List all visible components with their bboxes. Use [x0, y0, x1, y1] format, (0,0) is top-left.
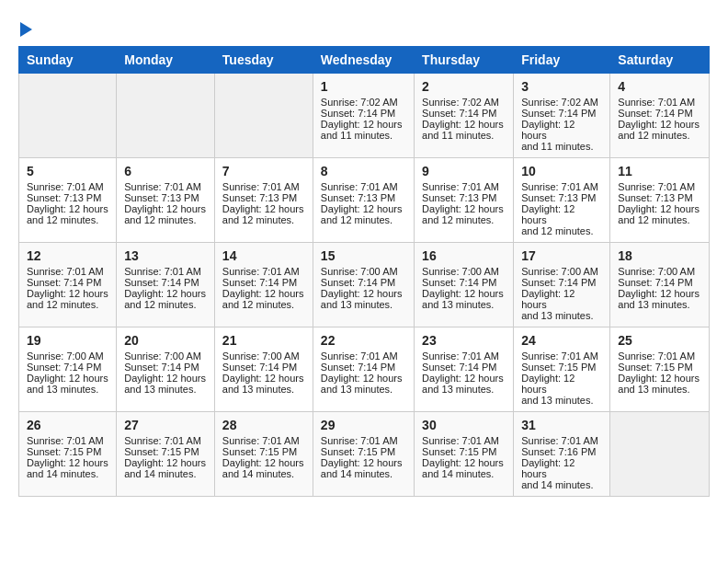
day-info: and 13 minutes. — [422, 299, 506, 310]
day-info: and 12 minutes. — [321, 214, 406, 225]
day-number: 15 — [321, 248, 406, 263]
day-info: and 13 minutes. — [521, 395, 602, 406]
day-info: Daylight: 12 hours — [222, 373, 305, 384]
day-info: Daylight: 12 hours — [124, 457, 207, 468]
day-info: Sunrise: 7:01 AM — [27, 266, 108, 277]
calendar-cell: 26Sunrise: 7:01 AMSunset: 7:15 PMDayligh… — [19, 412, 117, 497]
day-info: Sunset: 7:15 PM — [521, 362, 602, 373]
day-number: 30 — [422, 418, 506, 432]
logo — [18, 18, 32, 37]
day-info: Daylight: 12 hours — [321, 457, 406, 468]
calendar-table: SundayMondayTuesdayWednesdayThursdayFrid… — [18, 46, 710, 497]
day-number: 8 — [321, 164, 406, 178]
day-number: 10 — [521, 164, 602, 178]
day-info: Daylight: 12 hours — [321, 373, 406, 384]
day-number: 2 — [422, 79, 506, 94]
day-info: Daylight: 12 hours — [124, 288, 207, 299]
day-info: Sunset: 7:14 PM — [27, 362, 108, 373]
day-info: and 14 minutes. — [27, 468, 108, 479]
calendar-header-sunday: Sunday — [19, 47, 117, 74]
day-info: Sunset: 7:15 PM — [222, 446, 305, 457]
day-number: 16 — [422, 248, 506, 263]
day-number: 7 — [222, 164, 305, 178]
day-info: Sunrise: 7:00 AM — [422, 266, 506, 277]
day-info: Sunset: 7:15 PM — [422, 446, 506, 457]
day-info: and 11 minutes. — [321, 130, 406, 141]
day-info: Sunrise: 7:01 AM — [422, 435, 506, 446]
day-info: Sunrise: 7:01 AM — [521, 350, 602, 362]
day-info: and 11 minutes. — [422, 130, 506, 141]
calendar-cell: 1Sunrise: 7:02 AMSunset: 7:14 PMDaylight… — [313, 74, 414, 158]
day-number: 12 — [27, 248, 108, 263]
day-info: and 13 minutes. — [124, 384, 207, 395]
day-info: Sunrise: 7:01 AM — [124, 181, 207, 192]
day-info: Daylight: 12 hours — [321, 119, 406, 130]
day-info: Sunset: 7:14 PM — [321, 362, 406, 373]
day-info: and 14 minutes. — [521, 479, 602, 490]
calendar-cell: 16Sunrise: 7:00 AMSunset: 7:14 PMDayligh… — [415, 243, 514, 327]
day-info: Daylight: 12 hours — [422, 457, 506, 468]
day-info: Daylight: 12 hours — [521, 457, 602, 479]
day-info: Daylight: 12 hours — [124, 203, 207, 214]
calendar-cell: 6Sunrise: 7:01 AMSunset: 7:13 PMDaylight… — [117, 158, 215, 243]
day-info: Sunrise: 7:00 AM — [124, 350, 207, 362]
day-info: Daylight: 12 hours — [27, 457, 108, 468]
day-info: Sunrise: 7:01 AM — [618, 350, 701, 362]
day-number: 4 — [618, 79, 701, 94]
calendar-header-monday: Monday — [117, 47, 215, 74]
day-info: and 13 minutes. — [222, 384, 305, 395]
day-info: and 13 minutes. — [422, 384, 506, 395]
day-info: and 13 minutes. — [618, 384, 701, 395]
logo-arrow-icon — [20, 22, 32, 37]
day-info: Sunset: 7:13 PM — [422, 192, 506, 203]
day-info: Sunrise: 7:01 AM — [422, 181, 506, 192]
day-info: Sunset: 7:14 PM — [618, 277, 701, 288]
day-number: 31 — [521, 418, 602, 432]
day-info: and 12 minutes. — [27, 214, 108, 225]
day-info: Sunset: 7:14 PM — [422, 108, 506, 119]
day-number: 6 — [124, 164, 207, 178]
calendar-cell: 5Sunrise: 7:01 AMSunset: 7:13 PMDaylight… — [19, 158, 117, 243]
day-number: 21 — [222, 333, 305, 348]
day-info: Sunset: 7:14 PM — [222, 277, 305, 288]
day-info: Daylight: 12 hours — [222, 457, 305, 468]
day-info: and 13 minutes. — [521, 310, 602, 321]
day-number: 24 — [521, 333, 602, 348]
day-info: Sunrise: 7:01 AM — [124, 266, 207, 277]
day-info: and 12 minutes. — [222, 214, 305, 225]
day-info: Sunset: 7:15 PM — [124, 446, 207, 457]
day-info: Sunrise: 7:01 AM — [521, 435, 602, 446]
day-number: 20 — [124, 333, 207, 348]
day-info: Sunset: 7:14 PM — [521, 108, 602, 119]
day-info: Sunset: 7:13 PM — [321, 192, 406, 203]
day-info: Sunrise: 7:01 AM — [27, 181, 108, 192]
day-info: Sunset: 7:14 PM — [222, 362, 305, 373]
day-number: 11 — [618, 164, 701, 178]
day-info: Sunrise: 7:00 AM — [521, 266, 602, 277]
day-info: Sunset: 7:13 PM — [521, 192, 602, 203]
calendar-header-saturday: Saturday — [610, 47, 710, 74]
day-info: Sunrise: 7:01 AM — [321, 181, 406, 192]
day-info: and 12 minutes. — [222, 299, 305, 310]
day-info: Daylight: 12 hours — [27, 203, 108, 214]
calendar-cell: 11Sunrise: 7:01 AMSunset: 7:13 PMDayligh… — [610, 158, 710, 243]
day-info: Sunrise: 7:01 AM — [27, 435, 108, 446]
day-number: 27 — [124, 418, 207, 432]
day-info: and 12 minutes. — [618, 214, 701, 225]
day-info: Sunrise: 7:02 AM — [321, 97, 406, 108]
calendar-cell: 18Sunrise: 7:00 AMSunset: 7:14 PMDayligh… — [610, 243, 710, 327]
calendar-header-thursday: Thursday — [415, 47, 514, 74]
day-info: Sunset: 7:16 PM — [521, 446, 602, 457]
day-info: Daylight: 12 hours — [521, 288, 602, 310]
day-info: Sunset: 7:14 PM — [321, 108, 406, 119]
calendar-header-friday: Friday — [514, 47, 610, 74]
calendar-cell: 3Sunrise: 7:02 AMSunset: 7:14 PMDaylight… — [514, 74, 610, 158]
day-info: Sunrise: 7:02 AM — [521, 97, 602, 108]
day-number: 29 — [321, 418, 406, 432]
day-info: and 11 minutes. — [521, 141, 602, 152]
day-info: Sunset: 7:14 PM — [521, 277, 602, 288]
calendar-cell — [19, 74, 117, 158]
calendar-cell — [610, 412, 710, 497]
day-info: Daylight: 12 hours — [422, 373, 506, 384]
calendar-cell: 17Sunrise: 7:00 AMSunset: 7:14 PMDayligh… — [514, 243, 610, 327]
